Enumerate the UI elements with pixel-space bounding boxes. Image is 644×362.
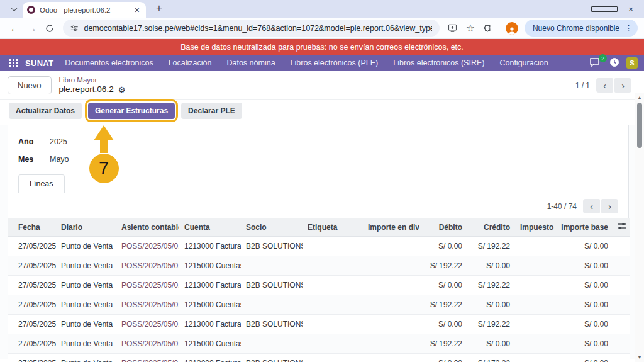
url-bar[interactable]: democontable17.solse.pe/web#cids=1&menu_… [63,20,440,37]
scrollbar-thumb[interactable] [637,103,642,148]
record-next-button[interactable]: › [614,78,631,93]
table-header-row: FechaDiarioAsiento contableCuentaSocioEt… [8,218,630,237]
cell-diario: Punto de Venta [56,295,116,315]
cell-socio: B2B SOLUTIONS ... [241,237,303,256]
table-row[interactable]: 27/05/2025Punto de VentaPOSS/2025/05/0..… [8,295,630,315]
scroll-down-icon[interactable]: ▼ [635,355,644,359]
cell-socio: B2B SOLUTIONS ... [241,276,303,295]
col-header-cuenta[interactable]: Cuenta [179,218,241,237]
cell-diario: Punto de Venta [56,237,116,256]
cell-socio [241,334,303,354]
col-header-credito[interactable]: Crédito [467,218,515,237]
profile-avatar-icon[interactable] [506,22,518,35]
nav-item-1[interactable]: Localización [169,59,212,67]
year-value[interactable]: 2025 [50,137,67,146]
tab-lineas[interactable]: Líneas [18,174,65,193]
tab-close-icon[interactable]: × [133,5,142,15]
user-avatar[interactable]: S [626,57,638,69]
col-header-etiqueta[interactable]: Etiqueta [303,218,363,237]
table-row[interactable]: 27/05/2025Punto de VentaPOSS/2025/05/0..… [8,315,630,334]
nav-item-5[interactable]: Configuracion [499,59,548,67]
nav-items: Documentos electronicosLocalizaciónDatos… [65,59,548,67]
cell-spacer [613,315,630,334]
bookmark-star-icon[interactable]: ☆ [462,20,479,37]
lines-table: FechaDiarioAsiento contableCuentaSocioEt… [8,218,630,362]
col-header-diario[interactable]: Diario [56,218,116,237]
cell-asiento[interactable]: POSS/2025/05/0... [116,315,179,334]
col-header-impuesto[interactable]: Impuesto [515,218,555,237]
notebook-tabs: Líneas [8,174,628,193]
cell-impuesto [515,315,555,334]
cell-importe_base: S/ 0.00 [555,295,613,315]
declarar-ple-button[interactable]: Declarar PLE [181,103,242,119]
cell-spacer [613,237,630,256]
page-scrollbar[interactable]: ▲ ▼ [635,93,644,362]
site-info-icon[interactable] [70,24,78,33]
lines-next-button[interactable]: › [601,199,618,213]
gear-icon[interactable]: ⚙ [118,85,126,95]
new-record-button[interactable]: Nuevo [8,76,52,94]
cell-asiento[interactable]: POSS/2025/05/0... [116,295,179,315]
col-header-asiento[interactable]: Asiento contable [116,218,179,237]
table-row[interactable]: 27/05/2025Punto de VentaPOSS/2025/05/0..… [8,256,630,276]
more-menu-icon[interactable]: ⋮ [623,23,634,33]
col-header-fecha[interactable]: Fecha [8,218,56,237]
record-prev-button[interactable]: ‹ [596,78,613,93]
nav-item-3[interactable]: Libros electrónicos (PLE) [291,59,379,67]
cell-debito: S/ 0.00 [419,237,467,256]
neutralized-db-banner: Base de datos neutralizada para pruebas:… [0,39,644,55]
browser-tab[interactable]: Odoo - ple.report.06.2 × [23,2,146,18]
cell-asiento[interactable]: POSS/2025/05/0... [116,354,179,362]
cell-asiento[interactable]: POSS/2025/05/0... [116,276,179,295]
install-app-icon[interactable] [445,20,461,37]
col-header-importe_base[interactable]: Importe base [555,218,613,237]
extensions-icon[interactable] [480,20,496,37]
cell-cuenta: 1215000 Cuentas... [179,295,241,315]
cell-fecha: 27/05/2025 [8,276,56,295]
restore-button[interactable] [591,0,618,18]
cell-spacer [613,334,630,354]
back-button[interactable]: ← [6,20,23,37]
cell-asiento[interactable]: POSS/2025/05/0... [116,256,179,276]
col-header-importe_div[interactable]: Importe en div... [363,218,419,237]
generar-estructuras-button[interactable]: Generar Estructuras [88,103,175,119]
forward-button[interactable]: → [24,20,40,37]
cell-asiento[interactable]: POSS/2025/05/0... [116,237,179,256]
col-header-debito[interactable]: Débito [419,218,467,237]
reload-icon [45,24,54,33]
scroll-up-icon[interactable]: ▲ [635,95,644,99]
nav-item-0[interactable]: Documentos electronicos [65,59,153,67]
cell-credito: S/ 192.22 [467,315,515,334]
apps-grid-icon[interactable] [6,57,20,69]
table-row[interactable]: 27/05/2025Punto de VentaPOSS/2025/05/0..… [8,334,630,354]
month-value[interactable]: Mayo [50,155,69,164]
minimize-button[interactable]: − [565,0,591,18]
nav-item-4[interactable]: Libros electrónicos (SIRE) [393,59,484,67]
cell-asiento[interactable]: POSS/2025/05/0... [116,334,179,354]
breadcrumb-parent-link[interactable]: Libro Mayor [59,76,126,84]
table-row[interactable]: 27/05/2025Punto de VentaPOSS/2025/05/0..… [8,354,630,362]
lines-prev-button[interactable]: ‹ [583,199,600,213]
toolbar-divider [501,23,501,34]
activities-button[interactable] [609,57,619,69]
table-row[interactable]: 27/05/2025Punto de VentaPOSS/2025/05/0..… [8,276,630,295]
chrome-update-button[interactable]: Nuevo Chrome disponible ⋮ [525,20,638,37]
cell-importe_base: S/ 0.00 [555,237,613,256]
cell-spacer [613,295,630,315]
col-header-socio[interactable]: Socio [241,218,303,237]
optional-columns-icon[interactable] [613,218,630,237]
cell-socio [241,295,303,315]
reload-button[interactable] [42,20,58,37]
actualizar-datos-button[interactable]: Actualizar Datos [9,103,82,119]
cell-importe_base: S/ 0.00 [555,276,613,295]
cell-etiqueta [303,237,363,256]
app-brand[interactable]: SUNAT [25,59,53,68]
table-row[interactable]: 27/05/2025Punto de VentaPOSS/2025/05/0..… [8,237,630,256]
messages-button[interactable]: 2 [590,58,602,68]
cell-diario: Punto de Venta [56,276,116,295]
close-window-button[interactable]: × [618,0,644,18]
cell-socio: B2B SOLUTIONS ... [241,315,303,334]
new-tab-button[interactable]: + [152,2,166,14]
tab-search-button[interactable] [6,3,21,15]
nav-item-2[interactable]: Datos nómina [226,59,275,67]
